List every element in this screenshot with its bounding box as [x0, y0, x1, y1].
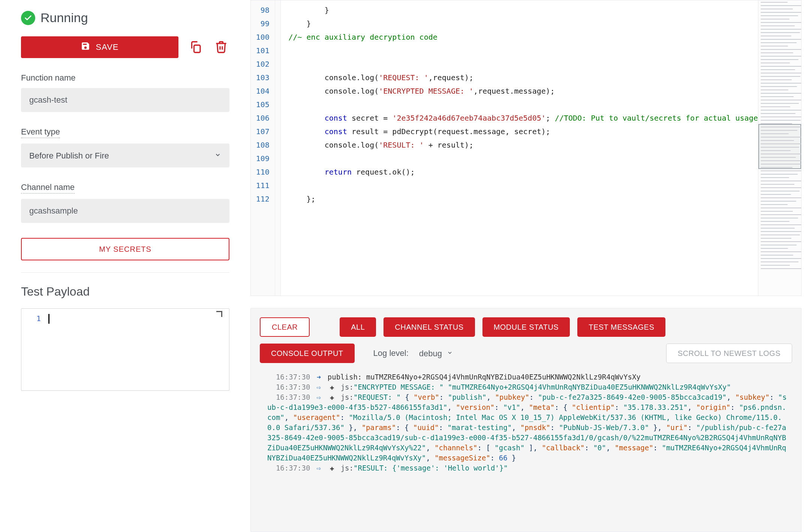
module-status-button[interactable]: MODULE STATUS	[482, 317, 570, 337]
minimap[interactable]	[758, 0, 801, 296]
status-text: Running	[40, 10, 88, 25]
my-secrets-button[interactable]: MY SECRETS	[21, 238, 229, 260]
sidebar: Running SAVE Function name Event type Be…	[0, 0, 250, 532]
save-icon	[81, 41, 90, 53]
code-editor[interactable]: 9899100101102103104105106107108109110111…	[250, 0, 802, 296]
payload-body[interactable]	[48, 309, 229, 390]
chevron-down-icon	[447, 350, 453, 357]
code-fold-column	[275, 0, 281, 296]
console-row-2: CONSOLE OUTPUT Log level: debug SCROLL T…	[260, 344, 792, 363]
channel-status-button[interactable]: CHANNEL STATUS	[384, 317, 475, 337]
console-panel: CLEAR ALL CHANNEL STATUS MODULE STATUS T…	[250, 308, 802, 532]
clear-button[interactable]: CLEAR	[260, 317, 310, 337]
log-level-label: Log level:	[373, 348, 409, 358]
function-name-input[interactable]	[21, 88, 229, 112]
code-gutter: 9899100101102103104105106107108109110111…	[251, 0, 275, 296]
duplicate-button[interactable]	[187, 39, 204, 56]
fold-marker-icon	[216, 311, 222, 317]
event-type-label: Event type	[21, 127, 229, 138]
trash-icon	[214, 49, 228, 55]
code-body[interactable]: } } //~ enc auxiliary decryption code co…	[281, 0, 758, 296]
log-output[interactable]: 16:37:30 ➜ publish: muTMZRE64Nyo+2RGSQ4j…	[260, 370, 792, 523]
svg-rect-0	[194, 45, 201, 52]
console-row-1: CLEAR ALL CHANNEL STATUS MODULE STATUS T…	[260, 317, 792, 337]
save-row: SAVE	[21, 36, 229, 58]
caret-icon	[48, 314, 49, 324]
save-button-label: SAVE	[96, 42, 118, 52]
test-payload-editor[interactable]: 1	[21, 308, 229, 391]
divider	[21, 272, 229, 273]
payload-gutter: 1	[21, 309, 48, 390]
channel-name-input[interactable]	[21, 199, 229, 223]
main: 9899100101102103104105106107108109110111…	[250, 0, 809, 532]
test-payload-title: Test Payload	[21, 285, 229, 299]
function-name-label: Function name	[21, 73, 229, 83]
delete-button[interactable]	[213, 39, 229, 56]
event-type-select[interactable]: Before Publish or Fire	[21, 143, 229, 167]
all-button[interactable]: ALL	[340, 317, 376, 337]
console-output-button[interactable]: CONSOLE OUTPUT	[260, 344, 355, 363]
scroll-newest-button[interactable]: SCROLL TO NEWEST LOGS	[666, 344, 792, 363]
save-button[interactable]: SAVE	[21, 36, 178, 58]
minimap-viewport[interactable]	[758, 124, 801, 169]
check-circle-icon	[21, 11, 35, 25]
channel-name-label: Channel name	[21, 182, 229, 194]
test-messages-button[interactable]: TEST MESSAGES	[577, 317, 665, 337]
copy-icon	[189, 49, 202, 55]
status-row: Running	[21, 10, 229, 25]
